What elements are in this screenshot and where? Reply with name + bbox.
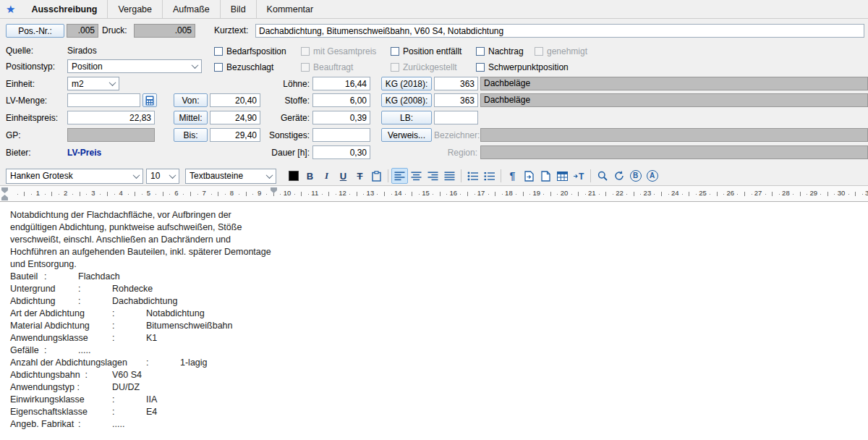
ruler-tick <box>523 192 524 196</box>
checkbox-box[interactable] <box>476 63 485 72</box>
favorite-star-icon[interactable]: ★ <box>6 0 15 18</box>
text-line: Eigenschaftsklasse : E4 <box>10 406 862 418</box>
bieter-value[interactable]: LV-Preis <box>67 146 101 160</box>
region-label: Region: <box>405 146 477 160</box>
ruler-dot <box>349 194 350 195</box>
text-line: Hochführen an aufgehenden Bauteilen, ink… <box>10 246 862 258</box>
checkbox-box[interactable] <box>214 47 223 56</box>
pilcrow-button[interactable]: ¶ <box>504 168 521 184</box>
checkbox-position-entfaellt[interactable]: Position entfällt <box>391 46 461 56</box>
text-line: Anzahl der Abdichtungslagen : 1-lagig <box>10 357 862 369</box>
dauer-input[interactable] <box>312 145 370 159</box>
text-line: Notabdichtung der Flachdachfläche, vor A… <box>10 209 862 221</box>
sonstiges-input[interactable] <box>312 128 370 142</box>
text-line: Untergrund : Rohdecke <box>10 283 862 295</box>
ruler-dot <box>31 194 32 195</box>
stoffe-label: Stoffe: <box>239 94 310 108</box>
ruler-number: 31 <box>865 189 868 197</box>
checkbox-box[interactable] <box>391 47 399 56</box>
stoffe-input[interactable] <box>312 93 370 107</box>
font-size-select[interactable]: 10 <box>146 169 179 184</box>
tab-kommentar[interactable]: Kommentar <box>257 0 324 18</box>
von-button[interactable]: Von: <box>174 93 208 107</box>
ruler-dot <box>128 194 129 195</box>
bis-button[interactable]: Bis: <box>174 128 208 142</box>
bullet-list-button[interactable] <box>464 168 481 184</box>
align-left-button[interactable] <box>391 168 408 184</box>
kg-2018-button[interactable]: KG (2018): <box>381 77 432 90</box>
checkbox-bedarfsposition[interactable]: Bedarfsposition <box>214 46 286 56</box>
strikethrough-button[interactable]: T <box>352 168 368 184</box>
einheit-label: Einheit: <box>6 77 35 91</box>
lb-button[interactable]: LB: <box>381 111 432 124</box>
pos-nr-button[interactable]: Pos.-Nr.: <box>6 24 64 38</box>
kg-2018-input[interactable] <box>434 77 478 90</box>
font-color-button[interactable] <box>285 168 302 184</box>
italic-button[interactable]: I <box>318 168 335 184</box>
einheitspreis-input[interactable] <box>67 111 155 124</box>
checkbox-nachtrag[interactable]: Nachtrag <box>476 46 524 56</box>
ruler-tick <box>440 192 441 196</box>
ruler-tick <box>24 192 25 196</box>
align-center-button[interactable] <box>408 168 425 184</box>
ruler-dot <box>585 194 586 195</box>
checkbox-box[interactable] <box>476 47 485 56</box>
dash-list-button[interactable] <box>481 168 498 184</box>
calculator-button[interactable] <box>142 93 157 107</box>
ruler-number: 28 <box>782 189 790 197</box>
paste-button[interactable] <box>368 168 385 184</box>
checkbox-box <box>301 63 310 72</box>
refresh-zoom-button[interactable] <box>610 168 627 184</box>
einheit-select[interactable]: m2 <box>67 77 119 90</box>
align-right-button[interactable] <box>425 168 441 184</box>
checkbox-bezuschlagt[interactable]: Bezuschlagt <box>214 62 273 72</box>
ruler-dot <box>820 194 821 195</box>
tab-aufmasse[interactable]: Aufmaße <box>163 0 221 18</box>
text-line: Bauteil : Flachdach <box>10 271 862 283</box>
ruler-number: 16 <box>450 189 458 197</box>
underline-button[interactable]: U <box>335 168 352 184</box>
tab-bild[interactable]: Bild <box>221 0 257 18</box>
bold-button[interactable]: B <box>302 168 318 184</box>
mittel-button[interactable]: Mittel: <box>174 111 208 124</box>
font-select[interactable]: Hanken Grotesk <box>6 169 143 184</box>
ruler-dot <box>516 194 516 195</box>
ruler-tick <box>634 192 634 196</box>
geraete-input[interactable] <box>312 111 370 124</box>
kg-2008-button[interactable]: KG (2008): <box>381 93 432 107</box>
longtext-editor[interactable]: Notabdichtung der Flachdachfläche, vor A… <box>0 202 868 440</box>
quelle-value: Sirados <box>67 44 97 58</box>
zoom-button[interactable] <box>594 168 610 184</box>
export-page-button[interactable] <box>521 168 537 184</box>
toolbar-separator <box>590 169 591 182</box>
circled-b-button[interactable]: B <box>627 168 644 184</box>
tab-vergabe[interactable]: Vergabe <box>108 0 163 18</box>
checkbox-schwerpunktposition[interactable]: Schwerpunktposition <box>476 62 569 72</box>
ruler-tick <box>301 192 302 196</box>
lv-menge-input[interactable] <box>67 93 140 107</box>
table-button[interactable] <box>554 168 571 184</box>
verweis-button[interactable]: Verweis... <box>381 128 432 142</box>
kg-2018-text: Dachbeläge <box>480 77 868 90</box>
text-line: Abdichtung : Dachabdichtung <box>10 295 862 308</box>
toolbar-separator <box>461 169 461 182</box>
ruler-dot <box>239 194 239 195</box>
insert-text-button[interactable]: T <box>571 168 587 184</box>
ruler-tick <box>384 192 385 196</box>
align-justify-button[interactable] <box>441 168 458 184</box>
lb-input[interactable] <box>434 111 478 124</box>
ruler-tick <box>855 192 856 196</box>
bezeichner-label: Bezeichner: <box>434 129 480 143</box>
page-button[interactable] <box>537 168 554 184</box>
kurztext-input[interactable] <box>255 24 864 38</box>
page-icon <box>541 171 550 182</box>
textbausteine-select[interactable]: Textbausteine <box>185 169 276 184</box>
loehne-input[interactable] <box>312 77 370 90</box>
positionstyp-select[interactable]: Position <box>67 59 202 73</box>
kg-2008-input[interactable] <box>434 93 478 107</box>
pos-nr-value: 005. <box>67 24 98 38</box>
ruler-dot <box>765 194 766 195</box>
circled-a-button[interactable]: A <box>644 168 660 184</box>
checkbox-box[interactable] <box>214 63 223 72</box>
tab-ausschreibung[interactable]: Ausschreibung <box>21 0 108 18</box>
